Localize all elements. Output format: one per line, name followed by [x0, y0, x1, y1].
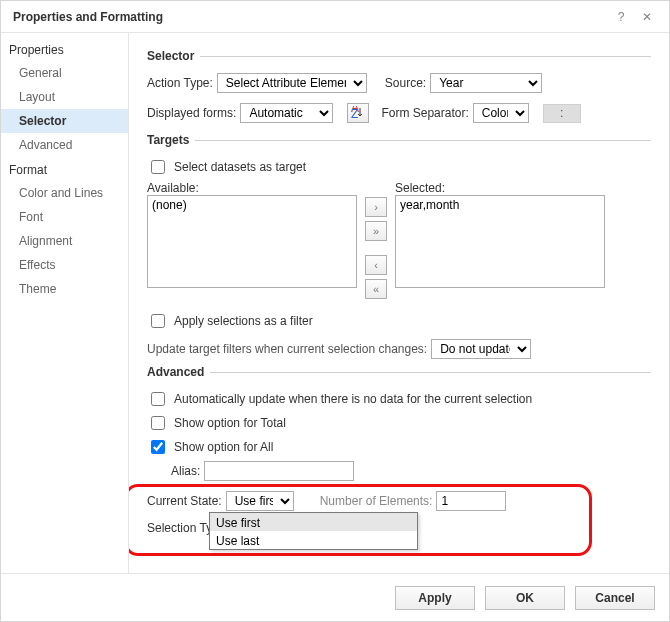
- show-total-checkbox[interactable]: [151, 416, 165, 430]
- apply-filter-label: Apply selections as a filter: [174, 314, 313, 328]
- sidebar: Properties General Layout Selector Advan…: [1, 33, 129, 573]
- update-filters-select[interactable]: Do not update: [431, 339, 531, 359]
- nav-item-theme[interactable]: Theme: [1, 277, 128, 301]
- source-select[interactable]: Year: [430, 73, 542, 93]
- nav-item-color-lines[interactable]: Color and Lines: [1, 181, 128, 205]
- num-elements-input[interactable]: [436, 491, 506, 511]
- show-all-checkbox[interactable]: [151, 440, 165, 454]
- alias-label: Alias:: [171, 464, 200, 478]
- separator-sample: :: [543, 104, 581, 123]
- available-label: Available:: [147, 181, 357, 195]
- cancel-button[interactable]: Cancel: [575, 586, 655, 610]
- close-button[interactable]: ✕: [637, 7, 657, 27]
- group-advanced: Advanced: [147, 365, 651, 379]
- move-all-left-button[interactable]: «: [365, 279, 387, 299]
- main-panel: Selector Action Type: Select Attribute E…: [129, 33, 669, 573]
- displayed-forms-label: Displayed forms:: [147, 106, 236, 120]
- select-datasets-checkbox[interactable]: [151, 160, 165, 174]
- nav-item-general[interactable]: General: [1, 61, 128, 85]
- action-type-label: Action Type:: [147, 76, 213, 90]
- group-targets: Targets: [147, 133, 651, 147]
- auto-update-checkbox[interactable]: [151, 392, 165, 406]
- current-state-select[interactable]: Use first: [226, 491, 294, 511]
- nav-item-alignment[interactable]: Alignment: [1, 229, 128, 253]
- dropdown-option[interactable]: Use last: [210, 531, 417, 549]
- group-advanced-label: Advanced: [147, 365, 204, 379]
- selected-listbox[interactable]: year,month: [395, 195, 605, 288]
- sidebar-header-format: Format: [1, 157, 128, 181]
- available-listbox[interactable]: (none): [147, 195, 357, 288]
- dialog-body: Properties General Layout Selector Advan…: [1, 33, 669, 573]
- list-item[interactable]: year,month: [400, 198, 600, 212]
- nav-item-layout[interactable]: Layout: [1, 85, 128, 109]
- nav-item-font[interactable]: Font: [1, 205, 128, 229]
- form-separator-select[interactable]: Colon: [473, 103, 529, 123]
- apply-button[interactable]: Apply: [395, 586, 475, 610]
- apply-filter-checkbox[interactable]: [151, 314, 165, 328]
- svg-text:Z: Z: [351, 107, 358, 120]
- dialog-title: Properties and Formatting: [13, 10, 163, 24]
- selected-label: Selected:: [395, 181, 605, 195]
- current-state-dropdown[interactable]: Use first Use last: [209, 512, 418, 550]
- form-separator-label: Form Separator:: [381, 106, 468, 120]
- dialog-window: Properties and Formatting ? ✕ Properties…: [0, 0, 670, 622]
- auto-update-label: Automatically update when there is no da…: [174, 392, 532, 406]
- titlebar: Properties and Formatting ? ✕: [1, 1, 669, 33]
- ok-button[interactable]: OK: [485, 586, 565, 610]
- show-total-label: Show option for Total: [174, 416, 286, 430]
- source-label: Source:: [385, 76, 426, 90]
- nav-item-effects[interactable]: Effects: [1, 253, 128, 277]
- help-button[interactable]: ?: [611, 7, 631, 27]
- sort-button[interactable]: AZ: [347, 103, 369, 123]
- select-datasets-label: Select datasets as target: [174, 160, 306, 174]
- current-state-label: Current State:: [147, 494, 222, 508]
- show-all-label: Show option for All: [174, 440, 273, 454]
- nav-item-advanced[interactable]: Advanced: [1, 133, 128, 157]
- sidebar-header-properties: Properties: [1, 37, 128, 61]
- group-selector: Selector: [147, 49, 651, 63]
- displayed-forms-select[interactable]: Automatic: [240, 103, 333, 123]
- move-all-right-button[interactable]: »: [365, 221, 387, 241]
- num-elements-label: Number of Elements:: [320, 494, 433, 508]
- nav-item-selector[interactable]: Selector: [1, 109, 128, 133]
- move-right-button[interactable]: ›: [365, 197, 387, 217]
- dialog-footer: Apply OK Cancel: [1, 573, 669, 621]
- action-type-select[interactable]: Select Attribute Element: [217, 73, 367, 93]
- alias-input[interactable]: [204, 461, 354, 481]
- group-targets-label: Targets: [147, 133, 189, 147]
- list-item[interactable]: (none): [152, 198, 352, 212]
- dropdown-option[interactable]: Use first: [210, 513, 417, 531]
- update-filters-label: Update target filters when current selec…: [147, 342, 427, 356]
- move-left-button[interactable]: ‹: [365, 255, 387, 275]
- group-selector-label: Selector: [147, 49, 194, 63]
